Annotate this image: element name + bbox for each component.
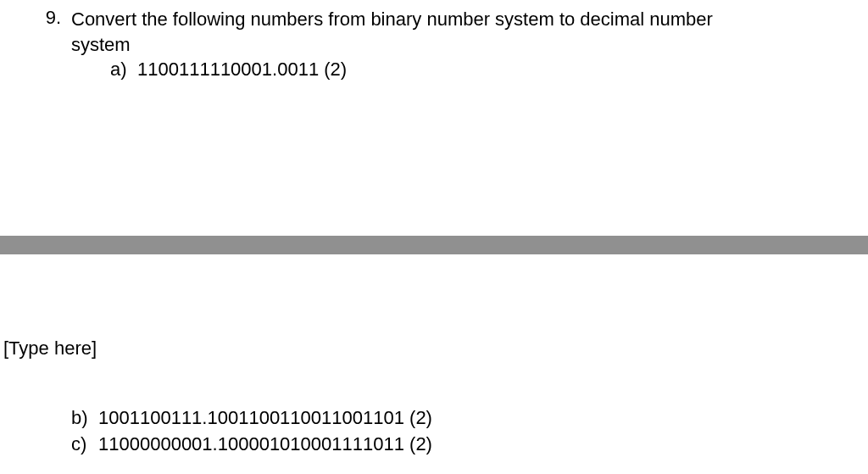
- sub-item-value: 11000000001.100001010001111011 (2): [98, 432, 432, 458]
- sub-item-label: c): [71, 432, 98, 458]
- sub-item-value: 1100111110001.0011 (2): [137, 57, 347, 83]
- question-number: 9.: [39, 7, 71, 29]
- sub-item-label: b): [71, 405, 98, 432]
- question-header: 9. Convert the following numbers from bi…: [39, 7, 868, 57]
- sub-item-label: a): [110, 57, 137, 83]
- type-here-placeholder[interactable]: [Type here]: [3, 337, 97, 360]
- question-block-bottom: b) 1001100111.1001100110011001101 (2) c)…: [0, 405, 868, 458]
- question-block-top: 9. Convert the following numbers from bi…: [0, 0, 868, 83]
- sub-item-a: a) 1100111110001.0011 (2): [39, 57, 868, 83]
- sub-item-b: b) 1001100111.1001100110011001101 (2): [0, 405, 868, 432]
- question-prompt-line1: Convert the following numbers from binar…: [71, 8, 713, 30]
- sub-item-value: 1001100111.1001100110011001101 (2): [98, 405, 432, 432]
- question-prompt: Convert the following numbers from binar…: [71, 7, 868, 57]
- question-prompt-line2: system: [71, 34, 131, 55]
- sub-item-c: c) 11000000001.100001010001111011 (2): [0, 432, 868, 458]
- page-divider: [0, 236, 868, 254]
